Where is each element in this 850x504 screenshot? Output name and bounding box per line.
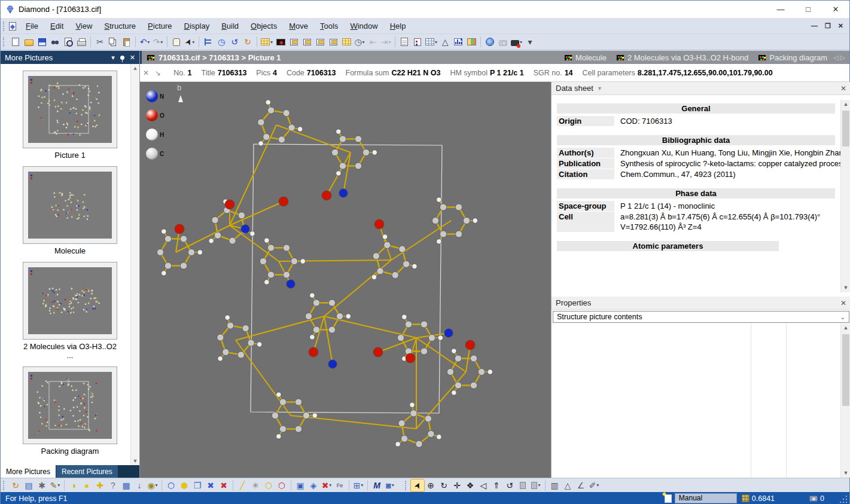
- delete-bonds-icon[interactable]: ✖▾: [320, 479, 333, 491]
- mdi-minimize-button[interactable]: —: [811, 22, 818, 30]
- menu-picture[interactable]: Picture: [142, 19, 178, 33]
- distances-angles-icon[interactable]: △: [438, 35, 452, 48]
- print-preview-icon[interactable]: [62, 35, 75, 48]
- properties-scrollbar[interactable]: ▲ ▼: [840, 323, 850, 478]
- scroll-thumb[interactable]: [842, 334, 849, 406]
- tab-scroll-arrows[interactable]: ◁▷: [831, 54, 849, 62]
- dropdown-arrow-icon[interactable]: ▾: [520, 39, 522, 45]
- maximize-button[interactable]: □: [794, 1, 822, 18]
- thumbnail-1[interactable]: Picture 1: [23, 71, 117, 160]
- polyhedra-icon[interactable]: ◈: [307, 479, 320, 491]
- record-video-icon[interactable]: ▾: [510, 35, 523, 48]
- rotate-mode-icon[interactable]: ↻: [437, 479, 450, 491]
- picture-settings-icon[interactable]: ◙▾: [383, 479, 397, 491]
- menu-view[interactable]: View: [69, 19, 98, 33]
- redo-icon[interactable]: ↷▾: [151, 35, 164, 48]
- drop-atom-icon[interactable]: ↓: [133, 479, 146, 491]
- pan-icon[interactable]: [170, 35, 183, 48]
- fe-bonds-icon[interactable]: Fe: [333, 479, 346, 491]
- report-table-icon[interactable]: [465, 35, 478, 48]
- measure-distance-icon[interactable]: ▥: [548, 479, 561, 491]
- menu-file[interactable]: File: [20, 19, 44, 33]
- document-view-icon[interactable]: [398, 35, 411, 48]
- picture-gallery-icon[interactable]: [340, 35, 353, 48]
- previous-picture-icon[interactable]: ⇤: [366, 35, 379, 48]
- measure-triangle-icon[interactable]: △: [561, 479, 574, 491]
- minimize-button[interactable]: —: [767, 1, 794, 18]
- layer-build-icon[interactable]: ❒: [191, 479, 204, 491]
- atom-group-icon[interactable]: ●: [80, 479, 93, 491]
- panel-menu-icon[interactable]: ▼: [597, 85, 602, 91]
- measure-plane-icon[interactable]: ✐▾: [587, 479, 601, 491]
- powder-pattern-icon[interactable]: [452, 35, 465, 48]
- navigation-tree-icon[interactable]: [202, 35, 215, 48]
- scroll-down-icon[interactable]: ▼: [841, 469, 850, 478]
- scroll-thumb[interactable]: [842, 111, 849, 146]
- menu-display[interactable]: Display: [178, 19, 216, 33]
- toolbar-grip[interactable]: [3, 22, 6, 31]
- dropdown-arrow-icon[interactable]: ▾: [596, 482, 599, 488]
- panel-close-icon[interactable]: ✕: [840, 299, 846, 307]
- walk-mode-icon[interactable]: [516, 479, 529, 491]
- resize-grip[interactable]: [840, 494, 848, 503]
- translate-mode-icon[interactable]: ✛: [450, 479, 464, 491]
- picture-tab-3[interactable]: Packing diagram: [758, 53, 827, 62]
- copy-picture-icon[interactable]: [300, 35, 313, 48]
- sidebar-tab-more-pictures[interactable]: More Pictures: [1, 465, 56, 478]
- dropdown-arrow-icon[interactable]: ▾: [388, 39, 391, 45]
- ring-fill-icon[interactable]: ⬢: [178, 479, 191, 491]
- view-direction-icon[interactable]: ◁: [477, 479, 490, 491]
- properties-view-icon[interactable]: [411, 35, 424, 48]
- dropdown-arrow-icon[interactable]: ▾: [392, 482, 394, 488]
- thumbnail-3[interactable]: 2 Molecules via O3-H3..O2 ...: [23, 262, 117, 360]
- pane-close-icon[interactable]: ✕: [130, 54, 135, 62]
- pointer-icon[interactable]: ➤▾: [183, 35, 196, 48]
- scroll-down-icon[interactable]: ▼: [133, 458, 138, 464]
- next-picture-icon[interactable]: ⇥▾: [379, 35, 392, 48]
- web-search-icon[interactable]: [483, 35, 496, 48]
- menu-window[interactable]: Window: [344, 19, 383, 33]
- dropdown-arrow-icon[interactable]: ▾: [160, 39, 163, 45]
- close-info-icon[interactable]: ✕: [143, 69, 149, 77]
- toolbar-grip[interactable]: [3, 37, 6, 47]
- zoom-mode-icon[interactable]: ❖: [464, 479, 477, 491]
- sidebar-tab-recent-pictures[interactable]: Recent Pictures: [56, 465, 118, 478]
- fly-mode-icon[interactable]: ▾: [529, 479, 543, 491]
- open-icon[interactable]: [22, 35, 35, 48]
- ring-search-icon[interactable]: ⬡: [164, 479, 178, 491]
- dropdown-arrow-icon[interactable]: ▾: [538, 482, 540, 488]
- dropdown-arrow-icon[interactable]: ▾: [156, 482, 158, 488]
- scroll-up-icon[interactable]: ▲: [133, 65, 138, 71]
- new-picture-icon[interactable]: [287, 35, 300, 48]
- mode-select[interactable]: Manual: [675, 493, 737, 503]
- menu-help[interactable]: Help: [384, 19, 412, 33]
- apply-scheme-icon[interactable]: ▤: [22, 479, 35, 491]
- menu-structure[interactable]: Structure: [98, 19, 142, 33]
- ring-red-icon[interactable]: ⬡: [275, 479, 288, 491]
- coordination-sphere-icon[interactable]: ◉▾: [146, 479, 159, 491]
- data-brief-icon[interactable]: ◷: [215, 35, 228, 48]
- send-picture-icon[interactable]: [327, 35, 340, 48]
- menu-build[interactable]: Build: [215, 19, 245, 33]
- mdi-restore-button[interactable]: ❐: [825, 22, 831, 30]
- properties-category-select[interactable]: Structure picture contents ⌄: [553, 311, 849, 323]
- ring-yellow-icon[interactable]: ⬡: [262, 479, 275, 491]
- update-icon[interactable]: ↻: [241, 35, 254, 48]
- destroy-all-icon[interactable]: ✖: [217, 479, 230, 491]
- menu-objects[interactable]: Objects: [245, 19, 283, 33]
- contact-search-icon[interactable]: ✳: [249, 479, 262, 491]
- fill-cell-icon[interactable]: ▦: [120, 479, 133, 491]
- dropdown-arrow-icon[interactable]: ▾: [329, 482, 331, 488]
- table-view-icon[interactable]: ▾: [424, 35, 438, 48]
- menu-move[interactable]: Move: [283, 19, 314, 33]
- paste-icon[interactable]: [120, 35, 133, 48]
- dropdown-arrow-icon[interactable]: ▾: [435, 39, 437, 45]
- copy-icon[interactable]: [106, 35, 120, 48]
- snapshot-icon[interactable]: [496, 35, 510, 48]
- dropdown-arrow-icon[interactable]: ▾: [270, 39, 273, 45]
- slide-show-icon[interactable]: [274, 35, 287, 48]
- data-table-icon[interactable]: ▾: [260, 35, 274, 48]
- dropdown-arrow-icon[interactable]: ▾: [147, 39, 150, 45]
- destroy-network-icon[interactable]: ✖: [204, 479, 217, 491]
- toolbar-grip[interactable]: [405, 481, 408, 490]
